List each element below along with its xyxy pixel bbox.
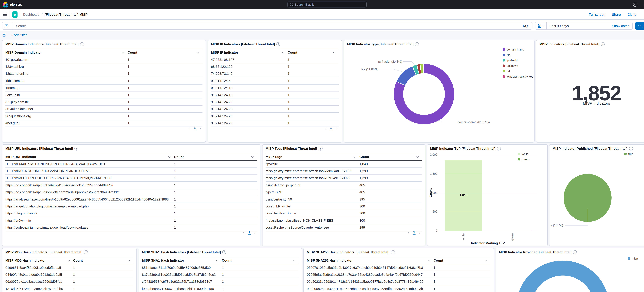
next-page-icon[interactable]: › [419, 230, 420, 234]
bar-green[interactable] [494, 230, 531, 231]
indicator-value: misp-galaxy:mitre-enterprise-attack-tool… [266, 169, 359, 173]
indicator-value: 0199651f5aa4f89b90f1e9ced0f3dda5 [6, 265, 73, 269]
indicator-value: 1kbk.com.ua [6, 79, 128, 83]
donut-hole [403, 73, 445, 115]
prev-page-icon[interactable]: ‹ [325, 126, 326, 130]
tlp-bar-chart[interactable]: 1,849 [439, 155, 537, 231]
page-number[interactable]: 1 [413, 230, 416, 234]
column-header-count[interactable]: Count [359, 155, 422, 159]
share-button[interactable]: Share [612, 13, 621, 16]
legend-item[interactable]: domain-name [502, 48, 533, 51]
clone-button[interactable]: Clone [628, 13, 636, 16]
table-row: https://br0vvnn.io1 [6, 217, 257, 224]
column-header-count[interactable]: Count [222, 258, 298, 262]
table-row: misp-galaxy:mitre-enterprise-attack-tool… [266, 168, 422, 175]
provider-donut-chart[interactable] [516, 260, 609, 292]
indicator-value: 09e20223d059891d4712c1fd14423ac5aee9177b… [307, 280, 434, 284]
legend-item[interactable]: misp [628, 257, 638, 260]
legend-item[interactable]: true [624, 152, 633, 155]
date-quick-select-button[interactable] [535, 22, 547, 29]
column-header-tags[interactable]: MISP Tags [266, 155, 359, 159]
legend-item[interactable]: windows-registry-key [502, 75, 533, 78]
indicator-value: tlp:white [266, 162, 359, 166]
sort-icon [293, 259, 295, 261]
global-search-input[interactable]: Search Elastic [288, 2, 366, 8]
next-page-icon[interactable]: › [254, 230, 256, 234]
legend-item[interactable]: file [502, 53, 533, 57]
next-page-icon[interactable]: › [336, 126, 337, 130]
time-range-value[interactable]: Last 90 days [547, 24, 569, 28]
table-row: https://analyze.intezer.com/files/b10d9a… [6, 196, 257, 203]
search-icon [290, 3, 293, 6]
prev-page-icon[interactable]: ‹ [188, 126, 190, 130]
tlp-legend: whitegreen [518, 152, 529, 161]
prev-page-icon[interactable]: ‹ [408, 230, 409, 234]
info-icon: i [84, 250, 88, 254]
sort-icon [416, 155, 419, 158]
table-row: https://aes.one/files/d/pc3/2iopi0o8coob… [6, 189, 257, 196]
dashboard-badge[interactable]: D [12, 11, 18, 18]
count-value: 1 [174, 176, 257, 180]
filter-icon[interactable] [2, 33, 6, 37]
indicator-value: 2ekeus.nl [6, 93, 128, 97]
count-value: 1 [128, 121, 202, 125]
legend-item[interactable]: green [518, 158, 529, 161]
chevron-down-icon [542, 24, 544, 27]
elastic-logo-icon [2, 2, 8, 8]
legend-item[interactable]: unknown [502, 64, 533, 67]
indicator-value: 91.214.124.13 [211, 86, 288, 90]
indicator-value: 4net.guru [6, 121, 128, 125]
column-header-indicator[interactable]: MISP IP Indicator [211, 50, 288, 54]
page-number[interactable]: 1 [330, 126, 332, 130]
newsfeed-icon[interactable] [643, 3, 644, 7]
full-screen-button[interactable]: Full screen [589, 13, 605, 16]
search-query-input[interactable]: Search [14, 22, 520, 29]
panel-misp-domain-indicators: MISP Domain Indicators [Filebeat Threat … [2, 40, 206, 143]
next-page-icon[interactable]: › [200, 126, 201, 130]
column-header-count[interactable]: Count [128, 50, 202, 54]
date-picker: Last 90 days Show dates [535, 22, 633, 30]
column-header-indicator[interactable]: MISP SHA256 Hash Indicator [307, 258, 434, 262]
indicator-value: 079659fac6bd9a1ce28384e7e3a465be4380acad… [307, 273, 434, 276]
count-value: 1 [73, 265, 133, 269]
legend-item[interactable]: url [502, 70, 533, 73]
table-row: 04490fb43c9adbfdee9d7918e3db0af51 [6, 271, 133, 278]
table-row: 68.65.122.1091 [211, 63, 339, 70]
count-value: 405 [359, 183, 422, 187]
table-row: 4net.guru1 [6, 120, 202, 127]
column-header-indicator[interactable]: MISP SHA1 Hash Indicator [142, 258, 222, 262]
column-header-indicator[interactable]: MISP MD5 Hash Indicator [6, 258, 73, 262]
gridline [439, 212, 537, 212]
add-filter-button[interactable]: + Add filter [11, 33, 27, 37]
indicator-type-donut-chart[interactable] [394, 64, 454, 124]
saved-query-button[interactable] [2, 22, 14, 29]
sort-icon [216, 259, 218, 261]
count-value: 1,299 [359, 169, 422, 173]
kql-toggle-button[interactable]: KQL [520, 22, 532, 29]
column-header-indicator[interactable]: MISP URL Indicator [6, 155, 174, 159]
page-number[interactable]: 1 [193, 126, 196, 130]
y-tick-label: 0 [427, 229, 438, 232]
table-row: 101gowrie.com1 [6, 56, 202, 63]
table-row: 09a0970bfc1bc8acec1ec609d8d98fda1 [6, 278, 133, 285]
prev-page-icon[interactable]: ‹ [243, 230, 244, 234]
legend-item[interactable]: ipv4-addr [502, 59, 533, 62]
info-icon: i [391, 250, 395, 254]
breadcrumb-dashboard-link[interactable]: Dashboard [23, 13, 40, 16]
column-header-count[interactable]: Count [174, 155, 257, 159]
legend-item[interactable]: white [518, 152, 529, 155]
column-header-count[interactable]: Count [73, 258, 133, 262]
panel-misp-indicator-published: MISP Indicator Published [Filebeat Threa… [549, 144, 644, 246]
indicator-value: 91.214.124.20 [211, 100, 288, 104]
count-value: 1 [128, 65, 202, 69]
column-header-count[interactable]: Count [288, 50, 339, 54]
column-header-count[interactable]: Count [434, 258, 490, 262]
info-icon: i [497, 147, 501, 151]
help-icon[interactable] [633, 3, 637, 7]
page-number[interactable]: 1 [248, 230, 251, 234]
menu-icon[interactable] [3, 13, 7, 16]
bar-value-label: 1,849 [444, 193, 482, 197]
column-header-indicator[interactable]: MISP Domain Indicator [6, 50, 128, 54]
refresh-button[interactable]: ↻ Refresh [635, 22, 644, 30]
show-dates-button[interactable]: Show dates [612, 24, 632, 28]
